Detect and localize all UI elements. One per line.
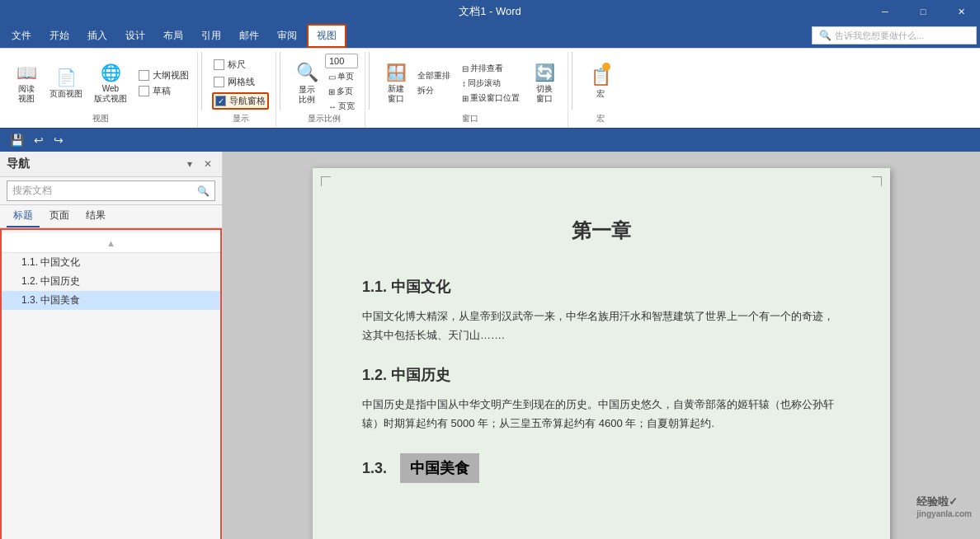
redo-button[interactable]: ↪ bbox=[50, 132, 67, 148]
sep2 bbox=[280, 52, 280, 110]
window-group-label: 窗口 bbox=[462, 113, 478, 126]
nav-tab-headings[interactable]: 标题 bbox=[7, 205, 40, 227]
sync-scroll-button[interactable]: ↕同步滚动 bbox=[459, 77, 523, 90]
menu-file[interactable]: 文件 bbox=[3, 26, 40, 46]
zoom-button[interactable]: 🔍 显示比例 bbox=[290, 59, 323, 107]
view-buttons: 📖 阅读视图 📄 页面视图 🌐 Web版式视图 大纲视图 bbox=[10, 54, 191, 113]
macro-indicator bbox=[602, 63, 610, 71]
minimize-button[interactable]: ─ bbox=[866, 0, 904, 23]
maximize-button[interactable]: □ bbox=[904, 0, 942, 23]
page-view-button[interactable]: 📄 页面视图 bbox=[45, 59, 87, 107]
display-group: 标尺 网格线 ✓ 导航窗格 显示 bbox=[205, 52, 276, 128]
section-1-2-heading: 1.2. 中国历史 bbox=[362, 365, 841, 385]
section-1-1-heading: 1.1. 中国文化 bbox=[362, 277, 841, 297]
section-1-1-text: 中国文化博大精深，从皇帝到汉武帝一来，中华名族用汗水和智慧建筑了世界上一个有一个… bbox=[362, 307, 841, 345]
menu-layout[interactable]: 布局 bbox=[155, 26, 191, 46]
close-button[interactable]: ✕ bbox=[942, 0, 980, 23]
menu-insert[interactable]: 插入 bbox=[79, 26, 115, 46]
outline-item-s1-1-label: 1.1. 中国文化 bbox=[21, 255, 80, 270]
nav-tab-pages[interactable]: 页面 bbox=[43, 205, 76, 227]
nav-panel-close[interactable]: ✕ bbox=[200, 157, 215, 171]
nav-panel-header: 导航 ▾ ✕ bbox=[0, 152, 222, 177]
view-group: 📖 阅读视图 📄 页面视图 🌐 Web版式视图 大纲视图 bbox=[3, 52, 198, 128]
menu-view[interactable]: 视图 bbox=[307, 24, 346, 48]
grid-checkbox[interactable]: 网格线 bbox=[212, 75, 269, 89]
zoom-group: 🔍 显示比例 100 ▭单页 ⊞多页 ↔页宽 显示比例 bbox=[284, 52, 365, 128]
nav-outline: ▲ 1.1. 中国文化 1.2. 中国历史 1.3. 中国美食 bbox=[0, 228, 222, 539]
nav-tabs: 标题 页面 结果 bbox=[0, 205, 222, 228]
macro-buttons: 📋 宏 bbox=[584, 54, 617, 113]
ribbon: 文件 开始 插入 设计 布局 引用 邮件 审阅 视图 🔍 告诉我您想要做什么..… bbox=[0, 23, 980, 129]
nav-panel-collapse[interactable]: ▾ bbox=[182, 157, 197, 171]
section-1-3-main: 中国美食 bbox=[400, 453, 479, 483]
save-button[interactable]: 💾 bbox=[7, 132, 27, 148]
outline-item-s1-3[interactable]: 1.3. 中国美食 bbox=[2, 291, 220, 310]
navigation-panel: 导航 ▾ ✕ 搜索文档 🔍 标题 页面 结果 ▲ 1.1. 中国文化 bbox=[0, 152, 223, 539]
outline-checkbox-input bbox=[139, 70, 149, 81]
window-group: 🪟 新建窗口 全部重排 拆分 ⊟并排查看 ↕同步滚动 ⊞重设窗口位置 bbox=[373, 52, 568, 128]
menu-home[interactable]: 开始 bbox=[41, 26, 78, 46]
display-group-label: 显示 bbox=[233, 113, 249, 126]
ruler-checkbox-input bbox=[214, 59, 224, 70]
page-width-button[interactable]: ↔页宽 bbox=[325, 100, 358, 113]
ruler-checkbox[interactable]: 标尺 bbox=[212, 58, 269, 72]
macro-button[interactable]: 📋 宏 bbox=[584, 59, 617, 107]
nav-tab-results[interactable]: 结果 bbox=[79, 205, 112, 227]
sep3 bbox=[369, 52, 370, 110]
split-button[interactable]: 拆分 bbox=[414, 84, 454, 97]
grid-checkbox-input bbox=[214, 77, 224, 87]
search-icon: 🔍 bbox=[197, 185, 210, 197]
menu-review[interactable]: 审阅 bbox=[269, 26, 305, 46]
sep4 bbox=[572, 52, 572, 110]
zoom-group-label: 显示比例 bbox=[308, 113, 341, 126]
watermark-text: 经验啦✓ bbox=[916, 494, 972, 509]
outline-item-s1-2[interactable]: 1.2. 中国历史 bbox=[2, 272, 220, 291]
window-controls: ─ □ ✕ bbox=[866, 0, 980, 23]
nav-panel-controls: ▾ ✕ bbox=[182, 157, 215, 171]
tell-me-input[interactable]: 🔍 告诉我您想要做什么... bbox=[812, 26, 977, 45]
single-page-button[interactable]: ▭单页 bbox=[325, 70, 358, 83]
watermark-subtext: jingyanla.com bbox=[916, 509, 972, 518]
nav-search-input[interactable]: 搜索文档 🔍 bbox=[7, 180, 215, 201]
web-view-button[interactable]: 🌐 Web版式视图 bbox=[89, 59, 132, 107]
quick-access-toolbar: 💾 ↩ ↪ bbox=[0, 129, 980, 152]
zoom-100-button[interactable]: 100 bbox=[325, 54, 358, 68]
nav-pane-checkbox-input: ✓ bbox=[215, 96, 226, 106]
menu-bar: 文件 开始 插入 设计 布局 引用 邮件 审阅 视图 🔍 告诉我您想要做什么..… bbox=[0, 23, 980, 48]
ribbon-content: 📖 阅读视图 📄 页面视图 🌐 Web版式视图 大纲视图 bbox=[0, 48, 980, 128]
section-1-3-container: 1.3. 中国美食 bbox=[362, 453, 841, 483]
menu-design[interactable]: 设计 bbox=[117, 26, 153, 46]
outline-item-s1-3-label: 1.3. 中国美食 bbox=[21, 293, 80, 307]
nav-panel-title: 导航 bbox=[7, 157, 30, 171]
title-bar: 文档1 - Word ─ □ ✕ bbox=[0, 0, 980, 23]
undo-button[interactable]: ↩ bbox=[31, 132, 47, 148]
draft-view-checkbox[interactable]: 草稿 bbox=[137, 84, 191, 98]
draft-checkbox-input bbox=[139, 86, 149, 96]
menu-references[interactable]: 引用 bbox=[193, 26, 229, 46]
macro-group: 📋 宏 宏 bbox=[576, 52, 625, 128]
multi-page-button[interactable]: ⊞多页 bbox=[325, 85, 358, 98]
window-buttons: 🪟 新建窗口 全部重排 拆分 ⊟并排查看 ↕同步滚动 ⊞重设窗口位置 bbox=[379, 54, 561, 113]
section-1-3-prefix: 1.3. bbox=[362, 460, 387, 477]
document-page: 第一章 1.1. 中国文化 中国文化博大精深，从皇帝到汉武帝一来，中华名族用汗水… bbox=[313, 168, 890, 539]
zoom-buttons: 🔍 显示比例 100 ▭单页 ⊞多页 ↔页宽 bbox=[290, 54, 358, 113]
outline-item-s1-1[interactable]: 1.1. 中国文化 bbox=[2, 253, 220, 272]
watermark: 经验啦✓ jingyanla.com bbox=[916, 494, 972, 518]
nav-search-container: 搜索文档 🔍 bbox=[0, 177, 222, 205]
menu-mailings[interactable]: 邮件 bbox=[231, 26, 267, 46]
reset-position-button[interactable]: ⊞重设窗口位置 bbox=[459, 91, 523, 105]
nav-pane-checkbox[interactable]: ✓ 导航窗格 bbox=[212, 92, 269, 110]
side-by-side-button[interactable]: ⊟并排查看 bbox=[459, 62, 523, 75]
new-window-button[interactable]: 🪟 新建窗口 bbox=[379, 59, 412, 107]
outline-item-s1-2-label: 1.2. 中国历史 bbox=[21, 274, 80, 288]
window-title: 文档1 - Word bbox=[459, 4, 521, 19]
outline-level1-marker: ▲ bbox=[2, 233, 220, 253]
document-area[interactable]: 第一章 1.1. 中国文化 中国文化博大精深，从皇帝到汉武帝一来，中华名族用汗水… bbox=[223, 152, 980, 539]
arrange-all-button[interactable]: 全部重排 bbox=[414, 69, 454, 82]
outline-view-checkbox[interactable]: 大纲视图 bbox=[137, 68, 191, 82]
switch-window-button[interactable]: 🔄 切换窗口 bbox=[528, 59, 561, 107]
corner-tl bbox=[321, 176, 331, 186]
chapter-title: 第一章 bbox=[362, 218, 841, 244]
main-layout: 导航 ▾ ✕ 搜索文档 🔍 标题 页面 结果 ▲ 1.1. 中国文化 bbox=[0, 152, 980, 539]
read-view-button[interactable]: 📖 阅读视图 bbox=[10, 59, 43, 107]
